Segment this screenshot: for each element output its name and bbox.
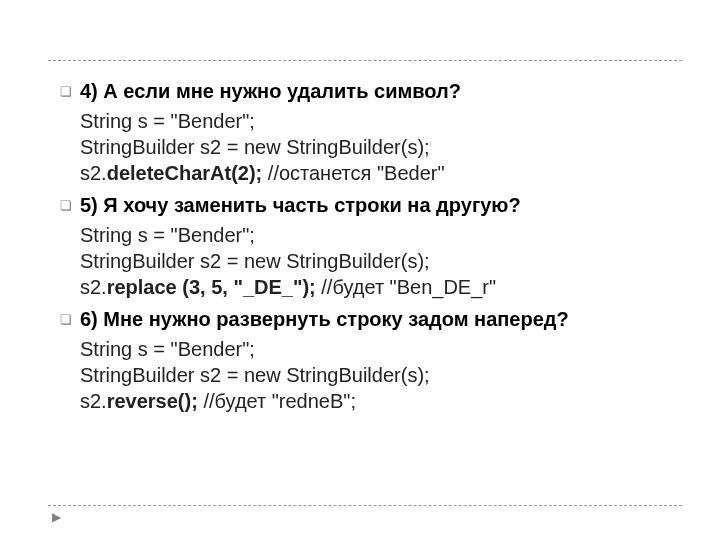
code-line: s2.deleteCharAt(2); //останется "Beder" <box>80 160 680 186</box>
item-heading: 6) Мне нужно развернуть строку задом нап… <box>80 306 569 332</box>
code-text: //будет "redneB"; <box>198 390 356 412</box>
code-block: String s = "Bender"; StringBuilder s2 = … <box>80 222 680 300</box>
code-bold: deleteCharAt(2); <box>107 162 263 184</box>
code-text: //будет "Ben_DE_r" <box>316 276 496 298</box>
bullet-row: ❏ 5) Я хочу заменить часть строки на дру… <box>60 192 680 218</box>
code-line: s2.replace (3, 5, "_DE_"); //будет "Ben_… <box>80 274 680 300</box>
code-line: String s = "Bender"; <box>80 108 680 134</box>
code-block: String s = "Bender"; StringBuilder s2 = … <box>80 336 680 414</box>
code-line: String s = "Bender"; <box>80 222 680 248</box>
code-text: s2. <box>80 162 107 184</box>
code-text: StringBuilder s2 = new StringBuilder(s); <box>80 364 430 386</box>
code-text: StringBuilder s2 = new StringBuilder(s); <box>80 136 430 158</box>
list-item: ❏ 6) Мне нужно развернуть строку задом н… <box>60 306 680 414</box>
code-text: String s = "Bender"; <box>80 224 255 246</box>
list-item: ❏ 5) Я хочу заменить часть строки на дру… <box>60 192 680 300</box>
content-area: ❏ 4) А если мне нужно удалить символ? St… <box>60 78 680 420</box>
code-text: //останется "Beder" <box>262 162 444 184</box>
bullet-icon: ❏ <box>60 198 80 215</box>
code-bold: replace (3, 5, "_DE_"); <box>107 276 316 298</box>
code-line: String s = "Bender"; <box>80 336 680 362</box>
slide: ❏ 4) А если мне нужно удалить символ? St… <box>0 0 720 540</box>
top-rule <box>48 60 682 61</box>
code-bold: reverse(); <box>107 390 198 412</box>
code-text: String s = "Bender"; <box>80 338 255 360</box>
code-line: StringBuilder s2 = new StringBuilder(s); <box>80 134 680 160</box>
list-item: ❏ 4) А если мне нужно удалить символ? St… <box>60 78 680 186</box>
bullet-row: ❏ 6) Мне нужно развернуть строку задом н… <box>60 306 680 332</box>
code-text: s2. <box>80 390 107 412</box>
nav-arrow-icon: ▶ <box>52 510 61 524</box>
bullet-row: ❏ 4) А если мне нужно удалить символ? <box>60 78 680 104</box>
code-line: StringBuilder s2 = new StringBuilder(s); <box>80 248 680 274</box>
code-text: s2. <box>80 276 107 298</box>
bullet-icon: ❏ <box>60 84 80 101</box>
code-line: StringBuilder s2 = new StringBuilder(s); <box>80 362 680 388</box>
bottom-rule <box>48 505 682 506</box>
code-block: String s = "Bender"; StringBuilder s2 = … <box>80 108 680 186</box>
code-text: String s = "Bender"; <box>80 110 255 132</box>
code-line: s2.reverse(); //будет "redneB"; <box>80 388 680 414</box>
item-heading: 5) Я хочу заменить часть строки на другу… <box>80 192 521 218</box>
item-heading: 4) А если мне нужно удалить символ? <box>80 78 461 104</box>
bullet-icon: ❏ <box>60 312 80 329</box>
code-text: StringBuilder s2 = new StringBuilder(s); <box>80 250 430 272</box>
